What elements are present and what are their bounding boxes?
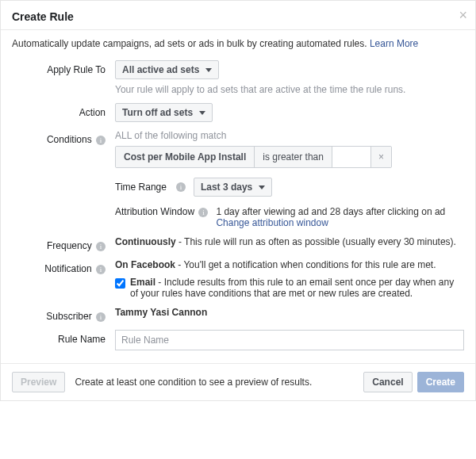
info-icon[interactable] — [176, 182, 186, 192]
time-range-row: Time Range Last 3 days — [115, 178, 464, 197]
action-selected: Turn off ad sets — [122, 107, 193, 118]
email-checkbox[interactable] — [115, 278, 125, 289]
apply-rule-hint: Your rule will apply to ad sets that are… — [115, 84, 464, 95]
close-icon[interactable]: × — [459, 7, 467, 24]
apply-rule-dropdown[interactable]: All active ad sets — [115, 60, 219, 79]
condition-operator[interactable]: is greater than — [255, 147, 332, 167]
rule-name-input[interactable] — [115, 330, 464, 350]
attribution-value: 1 day after viewing ad and 28 days after… — [216, 206, 445, 228]
modal-footer: Preview Create at least one condition to… — [1, 363, 475, 400]
create-button[interactable]: Create — [417, 372, 464, 392]
subscriber-row: Subscriber Tammy Yasi Cannon — [12, 307, 464, 322]
modal-header: Create Rule × — [1, 1, 475, 30]
rule-name-label: Rule Name — [12, 330, 115, 345]
attribution-label: Attribution Window — [115, 206, 208, 217]
apply-rule-label: Apply Rule To — [12, 60, 115, 75]
time-range-selected: Last 3 days — [201, 182, 252, 193]
change-attribution-link[interactable]: Change attribution window — [216, 217, 328, 228]
remove-condition-icon[interactable]: × — [370, 147, 391, 167]
condition-value-input[interactable] — [332, 147, 370, 167]
action-dropdown[interactable]: Turn off ad sets — [115, 103, 213, 122]
info-icon[interactable] — [96, 265, 106, 274]
caret-down-icon — [205, 68, 212, 72]
frequency-label: Frequency — [12, 236, 115, 251]
notification-label: Notification — [12, 259, 115, 274]
footer-message: Create at least one condition to see a p… — [75, 377, 363, 388]
subscriber-name: Tammy Yasi Cannon — [115, 307, 464, 318]
apply-rule-selected: All active ad sets — [122, 64, 199, 75]
intro-copy: Automatically update campaigns, ad sets … — [12, 38, 370, 49]
notification-on-facebook: On Facebook - You'll get a notification … — [115, 259, 464, 270]
apply-rule-row: Apply Rule To All active ad sets Your ru… — [12, 60, 464, 95]
action-row: Action Turn off ad sets — [12, 103, 464, 122]
attribution-row: Attribution Window 1 day after viewing a… — [115, 206, 464, 228]
frequency-row: Frequency Continuously - This rule will … — [12, 236, 464, 251]
email-notification-text: Email - Include results from this rule t… — [130, 277, 464, 299]
learn-more-link[interactable]: Learn More — [370, 38, 418, 49]
notification-row: Notification On Facebook - You'll get a … — [12, 259, 464, 299]
info-icon[interactable] — [96, 136, 106, 145]
condition-metric[interactable]: Cost per Mobile App Install — [116, 147, 255, 167]
modal-title: Create Rule — [12, 10, 74, 23]
info-icon[interactable] — [96, 242, 106, 251]
condition-item: Cost per Mobile App Install is greater t… — [115, 146, 392, 168]
info-icon[interactable] — [198, 208, 208, 217]
rule-name-row: Rule Name — [12, 330, 464, 350]
conditions-match-text: ALL of the following match — [115, 130, 464, 141]
caret-down-icon — [259, 186, 265, 189]
subscriber-label: Subscriber — [12, 307, 115, 322]
email-notification-row: Email - Include results from this rule t… — [115, 277, 464, 299]
frequency-value: Continuously - This rule will run as oft… — [115, 236, 464, 247]
time-range-dropdown[interactable]: Last 3 days — [194, 178, 272, 197]
conditions-label: Conditions — [12, 130, 115, 145]
create-rule-modal: Create Rule × Automatically update campa… — [0, 0, 476, 401]
preview-button[interactable]: Preview — [12, 372, 65, 392]
intro-text: Automatically update campaigns, ad sets … — [12, 38, 464, 49]
caret-down-icon — [199, 111, 205, 115]
modal-body: Automatically update campaigns, ad sets … — [1, 30, 475, 363]
info-icon[interactable] — [96, 312, 106, 322]
time-range-label: Time Range — [115, 182, 167, 193]
conditions-row: Conditions ALL of the following match Co… — [12, 130, 464, 228]
cancel-button[interactable]: Cancel — [363, 372, 412, 392]
action-label: Action — [12, 103, 115, 118]
